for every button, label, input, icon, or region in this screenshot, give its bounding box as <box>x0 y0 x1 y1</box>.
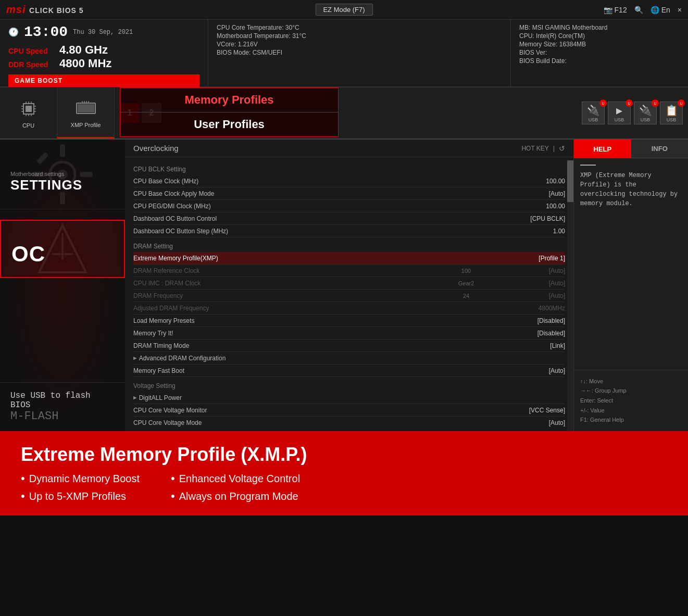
nav-item-cpu[interactable]: CPU <box>0 87 57 139</box>
memory-label: Memory Size: <box>519 41 557 48</box>
setting-dram-freq[interactable]: DRAM Frequency 24 [Auto] <box>133 290 565 302</box>
key-move: ↑↓: Move <box>580 376 682 386</box>
cpu-value: Intel(R) Core(TM) <box>536 32 585 40</box>
game-boost-bar[interactable]: GAME BOOST <box>8 74 199 87</box>
game-boost-label: GAME BOOST <box>15 77 62 84</box>
svg-rect-23 <box>60 192 65 204</box>
features-right: • Enhanced Voltage Control • Always on P… <box>171 472 300 503</box>
scrollbar-thumb[interactable] <box>567 160 573 202</box>
setting-memory-try-it[interactable]: Memory Try It! [Disabled] <box>133 327 565 340</box>
search-icon: 🔍 <box>634 6 643 14</box>
setting-xmp[interactable]: Extreme Memory Profile(XMP) [Profile 1] <box>133 252 565 265</box>
oc-header: Overclocking HOT KEY | ↺ <box>125 140 573 157</box>
settings-list: CPU BCLK Setting CPU Base Clock (MHz) 10… <box>125 157 573 428</box>
ddr-speed-value: 4800 MHz <box>59 57 111 70</box>
setting-cpu-base-clock[interactable]: CPU Base Clock (MHz) 100.00 <box>133 175 565 187</box>
usb-label-1: USB <box>589 117 598 122</box>
usb-item-3[interactable]: U 🔌 USB <box>634 102 657 124</box>
bullet-3: • <box>171 472 175 485</box>
key-value: +/-: Value <box>580 406 682 416</box>
feature-3: • Enhanced Voltage Control <box>171 472 300 485</box>
arrow-icon: ▶ <box>133 355 137 361</box>
mb-label: MB: <box>519 24 530 31</box>
setting-dram-ref-clock[interactable]: DRAM Reference Clock 100 [Auto] <box>133 265 565 277</box>
settings-nav-item[interactable]: Motherboard settings SETTINGS <box>0 140 125 209</box>
memory-info: Memory Size: 16384MB <box>519 41 680 48</box>
datetime-row: 🕐 13:00 Thu 30 Sep, 2021 <box>8 24 199 40</box>
usb-badge-4: U <box>678 99 685 107</box>
nav-cpu-label: CPU <box>22 122 34 129</box>
bios-ver-label: BIOS Ver: <box>519 49 547 56</box>
nav-item-xmp[interactable]: XMP Profile <box>57 87 115 139</box>
info-mid: CPU Core Temperature: 30°C Motherboard T… <box>208 20 511 86</box>
mb-temp: Motherboard Temperature: 31°C <box>217 32 502 40</box>
nav-xmp-label: XMP Profile <box>71 122 101 128</box>
clock-display: 13:00 <box>24 24 68 40</box>
top-right: 📷 F12 🔍 🌐 En × <box>604 6 682 14</box>
cpu-speed-row: CPU Speed 4.80 GHz <box>8 43 199 57</box>
svg-rect-25 <box>80 172 93 177</box>
xmp-nav-icon <box>74 97 97 120</box>
cpu-nav-icon <box>17 97 40 120</box>
usb-item-2[interactable]: U ▶ USB <box>608 102 631 124</box>
pipe-separator: | <box>553 145 555 152</box>
info-right: MB: MSI GAMING Motherboard CPU: Intel(R)… <box>511 20 688 86</box>
mb-info: MB: MSI GAMING Motherboard <box>519 24 680 31</box>
usb-label-3: USB <box>641 117 651 122</box>
cpu-speed-label: CPU Speed <box>8 47 55 55</box>
help-tab[interactable]: HELP <box>574 140 631 158</box>
arrow-icon-2: ▶ <box>133 394 137 401</box>
setting-cpu-peg-dmi[interactable]: CPU PEG/DMI Clock (MHz) 100.00 <box>133 200 565 212</box>
setting-load-memory-presets[interactable]: Load Memory Presets [Disabled] <box>133 315 565 327</box>
setting-dashboard-oc-step[interactable]: Dashboard OC Button Step (MHz) 1.00 <box>133 225 565 237</box>
ez-mode-button[interactable]: EZ Mode (F7) <box>315 4 372 16</box>
usb-label-2: USB <box>615 117 624 122</box>
usb-badge-1: U <box>599 99 607 107</box>
hotkey-label: HOT KEY <box>521 145 548 152</box>
usb-item-1[interactable]: U 🔌 USB <box>582 102 605 124</box>
help-divider <box>580 165 596 166</box>
close-button[interactable]: × <box>678 6 682 14</box>
center-panel: Overclocking HOT KEY | ↺ CPU BCLK Settin… <box>125 140 573 431</box>
feature-2: • Up to 5-XMP Profiles <box>21 489 140 503</box>
setting-adjusted-dram-freq: Adjusted DRAM Frequency 4800MHz <box>133 302 565 315</box>
screenshot-button[interactable]: 📷 F12 <box>604 6 627 14</box>
setting-cpu-core-voltage-monitor[interactable]: CPU Core Voltage Monitor [VCC Sense] <box>133 404 565 417</box>
bullet-1: • <box>21 472 25 485</box>
setting-dram-timing-mode[interactable]: DRAM Timing Mode [Link] <box>133 340 565 352</box>
setting-cpu-base-clock-apply[interactable]: CPU Base Clock Apply Mode [Auto] <box>133 187 565 200</box>
setting-digitall-power[interactable]: ▶ DigitALL Power <box>133 392 565 404</box>
info-left: 🕐 13:00 Thu 30 Sep, 2021 CPU Speed 4.80 … <box>0 20 208 86</box>
mflash-nav-item[interactable]: Use USB to flash BIOS M-FLASH <box>0 382 125 431</box>
cpu-info: CPU: Intel(R) Core(TM) <box>519 32 680 40</box>
svg-rect-24 <box>32 172 45 177</box>
top-center: EZ Mode (F7) <box>315 4 372 16</box>
info-tab[interactable]: INFO <box>631 140 689 158</box>
scrollbar-track[interactable] <box>567 160 573 431</box>
key-select: Enter: Select <box>580 396 682 406</box>
refresh-button[interactable]: ↺ <box>559 144 565 153</box>
setting-memory-fast-boot[interactable]: Memory Fast Boot [Auto] <box>133 364 565 377</box>
settings-bg-icon <box>31 143 94 206</box>
usb-label-4: USB <box>667 117 677 122</box>
mflash-sub-label: Use USB to flash BIOS <box>10 391 115 410</box>
search-button[interactable]: 🔍 <box>634 6 643 14</box>
vcore: VCore: 1.216V <box>217 41 502 48</box>
bullet-4: • <box>171 489 175 503</box>
usb-item-4[interactable]: U 📋 USB <box>660 102 683 124</box>
setting-cpu-imc-dram[interactable]: CPU IMC : DRAM Clock Gear2 [Auto] <box>133 277 565 290</box>
setting-dashboard-oc-control[interactable]: Dashboard OC Button Control [CPU BCLK] <box>133 212 565 225</box>
speed-grid: CPU Speed 4.80 GHz DDR Speed 4800 MHz <box>8 43 199 70</box>
oc-nav-item[interactable]: OC <box>0 220 125 278</box>
memory-profiles-option[interactable]: Memory Profiles <box>120 88 338 112</box>
language-button[interactable]: 🌐 En <box>651 6 670 14</box>
usb-badge-2: U <box>626 99 633 107</box>
user-profiles-option[interactable]: User Profiles <box>120 112 338 136</box>
setting-advanced-dram[interactable]: ▶ Advanced DRAM Configuration <box>133 352 565 364</box>
bios-mode: BIOS Mode: CSM/UEFI <box>217 49 502 56</box>
info-bar: 🕐 13:00 Thu 30 Sep, 2021 CPU Speed 4.80 … <box>0 20 688 87</box>
bios-ver-info: BIOS Ver: <box>519 49 680 56</box>
ddr-speed-row: DDR Speed 4800 MHz <box>8 57 199 70</box>
setting-cpu-core-voltage-mode[interactable]: CPU Core Voltage Mode [Auto] <box>133 417 565 428</box>
voltage-section-header: Voltage Setting <box>133 382 565 389</box>
